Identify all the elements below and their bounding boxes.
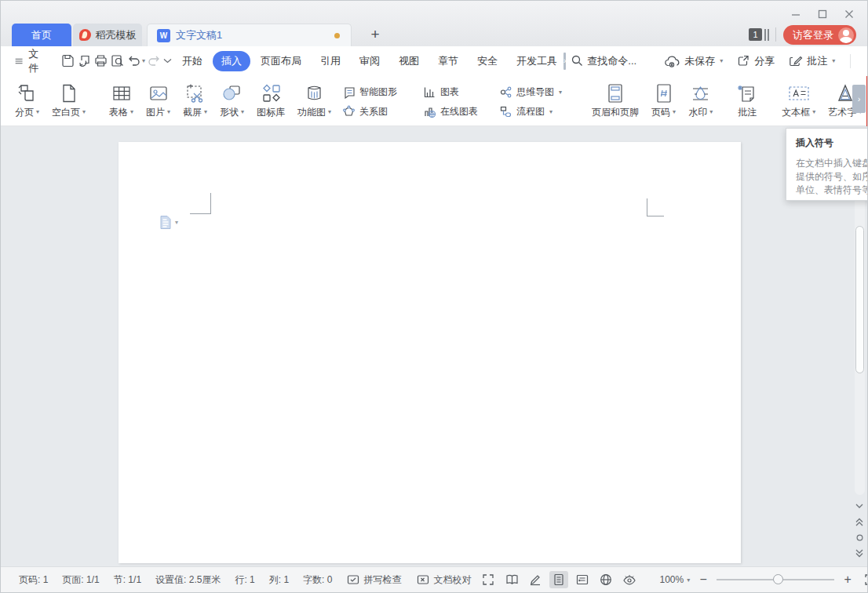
margin-corner-mark-right bbox=[647, 198, 664, 216]
docer-flame-icon bbox=[79, 29, 91, 41]
plus-icon: + bbox=[370, 26, 379, 43]
window-stack-icon bbox=[764, 29, 769, 41]
guest-login-label: 访客登录 bbox=[793, 28, 833, 42]
function-diagram-button[interactable]: 功能图▾ bbox=[292, 78, 337, 126]
print-icon bbox=[93, 53, 108, 68]
menu-insert[interactable]: 插入 bbox=[213, 51, 250, 71]
close-button[interactable] bbox=[844, 9, 855, 20]
save-button[interactable] bbox=[60, 51, 75, 71]
zoom-slider-handle[interactable] bbox=[773, 574, 783, 584]
next-page-button[interactable] bbox=[853, 547, 866, 559]
outline-view-button[interactable] bbox=[573, 571, 592, 588]
chevron-down-icon: ▾ bbox=[142, 57, 145, 64]
find-command-button[interactable]: 查找命令... bbox=[566, 51, 642, 71]
vertical-scrollbar-thumb[interactable] bbox=[855, 226, 864, 373]
fit-page-button[interactable] bbox=[861, 571, 868, 588]
chart-button[interactable]: 图表 bbox=[420, 84, 496, 100]
page-break-button[interactable]: 分页▾ bbox=[9, 78, 45, 126]
globe-icon bbox=[600, 573, 612, 586]
page-view-button[interactable] bbox=[549, 571, 568, 588]
insert-comment-icon bbox=[736, 82, 758, 104]
status-column: 列: 1 bbox=[262, 573, 296, 587]
table-button[interactable]: 表格▾ bbox=[104, 78, 139, 126]
tab-docer-templates[interactable]: 稻壳模板 bbox=[73, 24, 142, 46]
zoom-slider[interactable] bbox=[717, 574, 834, 585]
watermark-button[interactable]: 水印▾ bbox=[683, 78, 718, 126]
maximize-button[interactable] bbox=[817, 9, 828, 20]
chevron-down-icon: ▾ bbox=[832, 57, 835, 64]
window-count-badge[interactable]: 1 bbox=[749, 28, 762, 41]
spell-check-toggle[interactable]: 拼写检查 bbox=[339, 573, 409, 587]
function-diagram-icon bbox=[304, 82, 325, 104]
shapes-button[interactable]: 形状▾ bbox=[214, 78, 250, 126]
menu-security[interactable]: 安全 bbox=[469, 51, 506, 71]
blank-page-icon bbox=[58, 82, 80, 104]
web-layout-button[interactable] bbox=[596, 571, 615, 588]
menu-start[interactable]: 开始 bbox=[173, 51, 211, 71]
menu-section[interactable]: 章节 bbox=[429, 51, 467, 71]
undo-button[interactable]: ▾ bbox=[126, 51, 145, 71]
picture-button[interactable]: 图片▾ bbox=[140, 78, 176, 126]
cloud-save-status-button[interactable]: 未保存 ▾ bbox=[659, 51, 728, 71]
scroll-down-button[interactable] bbox=[853, 500, 866, 512]
tab-document[interactable]: W 文字文稿1 bbox=[147, 24, 352, 46]
comment-label: 批注 bbox=[807, 54, 827, 68]
comment-button[interactable]: 批注 ▾ bbox=[783, 51, 841, 71]
file-menu-label: 文件 bbox=[28, 47, 42, 75]
chevron-down-icon: ▾ bbox=[559, 89, 562, 96]
relation-diagram-button[interactable]: 关系图 bbox=[339, 104, 420, 120]
page-number-button[interactable]: 页码▾ bbox=[646, 78, 681, 126]
blank-page-button[interactable]: 空白页▾ bbox=[46, 78, 91, 126]
cloud-unsaved-icon bbox=[665, 55, 680, 67]
menu-view[interactable]: 视图 bbox=[390, 51, 428, 71]
previous-page-button[interactable] bbox=[853, 515, 866, 528]
screenshot-button[interactable]: 截屏▾ bbox=[177, 78, 213, 126]
eye-protect-button[interactable] bbox=[620, 571, 639, 588]
select-browse-object-button[interactable] bbox=[853, 531, 866, 544]
redo-button[interactable] bbox=[147, 51, 162, 71]
menu-dev-tools[interactable]: 开发工具 bbox=[508, 51, 566, 71]
minimize-button[interactable] bbox=[790, 9, 801, 20]
smart-graphics-button[interactable]: 智能图形 bbox=[339, 84, 420, 100]
table-icon bbox=[111, 83, 132, 104]
print-button[interactable] bbox=[93, 51, 108, 71]
ink-mode-button[interactable] bbox=[526, 571, 545, 588]
chevron-down-icon bbox=[163, 58, 172, 64]
share-label: 分享 bbox=[754, 54, 775, 68]
new-tab-button[interactable]: + bbox=[365, 24, 385, 45]
status-page-count: 页面: 1/1 bbox=[55, 573, 106, 587]
diagram-group: 智能图形 图表 思维导图 ▾ 关系图 在 bbox=[337, 78, 574, 126]
header-footer-button[interactable]: 页眉和页脚 bbox=[586, 78, 644, 126]
fullscreen-view-button[interactable] bbox=[479, 571, 498, 588]
zoom-level-button[interactable]: 100% ▾ bbox=[659, 574, 690, 585]
status-word-count[interactable]: 字数: 0 bbox=[296, 573, 339, 587]
mind-map-button[interactable]: 思维导图 ▾ bbox=[496, 84, 573, 100]
flowchart-button[interactable]: 流程图 ▾ bbox=[496, 104, 573, 120]
online-chart-button[interactable]: 在线图表 bbox=[420, 104, 496, 120]
insert-comment-button[interactable]: 批注 bbox=[731, 78, 764, 126]
proofread-toggle[interactable]: 文档校对 bbox=[409, 573, 479, 587]
menu-references[interactable]: 引用 bbox=[312, 51, 349, 71]
zoom-in-button[interactable]: + bbox=[841, 573, 855, 587]
customize-toolbar-button[interactable] bbox=[163, 51, 172, 71]
help-button[interactable]: ? bbox=[860, 51, 868, 71]
chevron-down-icon: ▾ bbox=[687, 577, 690, 584]
menu-page-layout[interactable]: 页面布局 bbox=[252, 51, 310, 71]
chevron-down-icon: ▾ bbox=[328, 106, 331, 118]
chevron-down-icon: ▾ bbox=[36, 106, 39, 118]
menu-review[interactable]: 审阅 bbox=[351, 51, 388, 71]
export-pdf-button[interactable] bbox=[77, 51, 92, 71]
page-view-icon bbox=[553, 573, 564, 586]
text-box-button[interactable]: 文本框▾ bbox=[776, 78, 821, 126]
file-menu-button[interactable]: 文件 bbox=[10, 44, 47, 78]
hamburger-icon bbox=[15, 56, 23, 66]
share-button[interactable]: 分享 bbox=[731, 51, 780, 71]
print-preview-button[interactable] bbox=[110, 51, 125, 71]
icon-library-button[interactable]: 图标库 bbox=[251, 78, 290, 126]
zoom-out-button[interactable]: − bbox=[696, 573, 710, 587]
divider bbox=[850, 54, 851, 68]
paste-options-button[interactable]: ▾ bbox=[159, 215, 178, 230]
ribbon-expand-button[interactable]: › bbox=[852, 85, 866, 113]
guest-login-button[interactable]: 访客登录 bbox=[783, 25, 856, 45]
read-mode-button[interactable] bbox=[502, 571, 521, 588]
